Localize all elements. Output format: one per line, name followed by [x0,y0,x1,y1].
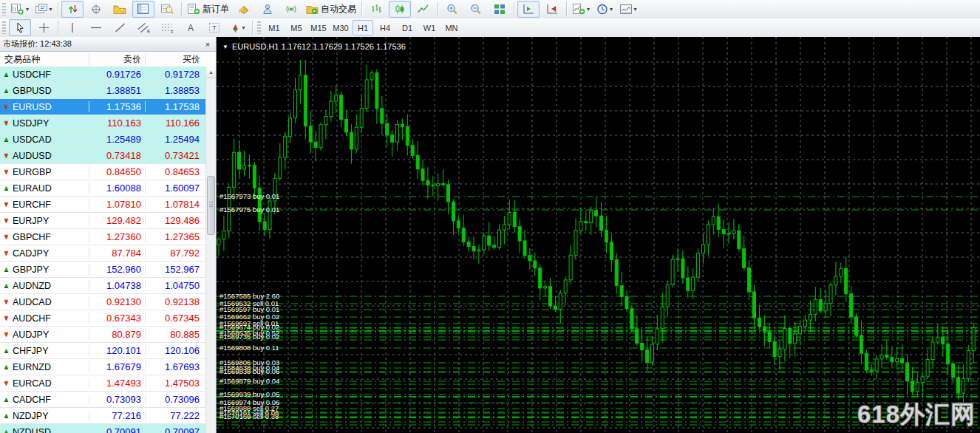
metaeditor-button[interactable] [256,1,279,18]
market-watch-row-chfjpy[interactable]: ▲CHFJPY120.101120.106 [0,343,206,359]
market-watch-row-euraud[interactable]: ▲EURAUD1.600881.60097 [0,180,206,197]
market-watch-titlebar[interactable]: 市场报价: 12:43:38 × [0,37,216,52]
step-back-button[interactable] [541,1,563,18]
arrows-button[interactable]: ▾ [227,19,249,36]
timeframe-mn[interactable]: MN [441,20,462,35]
market-watch-row-audjpy[interactable]: ▼AUDJPY80.87980.885 [0,327,206,343]
market-watch-row-eurgbp[interactable]: ▼EURGBP0.846500.84653 [0,164,206,180]
favorites-button[interactable] [109,1,131,18]
market-watch-row-audnzd[interactable]: ▲AUDNZD1.047381.04750 [0,278,206,294]
bid-price: 110.163 [89,117,145,129]
chart-shift-button[interactable] [85,1,107,18]
market-watch-row-audchf[interactable]: ▼AUDCHF0.673430.67345 [0,310,206,327]
cursor-icon [16,22,24,33]
timeframe-d1[interactable]: D1 [397,20,418,35]
price-up-arrow-icon: ▲ [3,412,10,419]
equidistant-channel-button[interactable]: E [132,19,154,36]
bid-price: 120.101 [89,345,145,356]
market-watch-row-usdcad[interactable]: ▲USDCAD1.254891.25494 [0,132,206,148]
ask-price: 152.967 [145,264,203,275]
text-label-icon: T [208,22,220,33]
timeframe-h4[interactable]: H4 [375,20,395,35]
symbol-label: GBPCHF [13,232,51,242]
ask-price: 0.92138 [145,296,203,307]
market-watch-toggle-button[interactable] [132,1,154,18]
zoom-in-button[interactable] [441,1,463,18]
history-center-button[interactable] [233,1,255,18]
market-watch-row-gbpjpy[interactable]: ▲GBPJPY152.960152.967 [0,262,206,278]
market-watch-row-eurchf[interactable]: ▼EURCHF1.078101.07814 [0,197,206,213]
auto-scroll-button[interactable] [61,1,84,18]
chevron-down-icon: ▼ [222,44,228,50]
text-button[interactable]: A [180,19,202,36]
timeframe-m1[interactable]: M1 [264,20,285,35]
indicators-button[interactable]: ▾ [570,1,592,18]
timeframe-w1[interactable]: W1 [419,20,440,35]
scroll-up-icon[interactable]: ▲ [206,67,216,78]
vertical-line-button[interactable] [61,19,84,36]
market-watch-row-usdchf[interactable]: ▲USDCHF0.917260.91728 [0,67,206,83]
signals-button[interactable] [280,1,302,18]
market-watch-row-nzdusd[interactable]: ▲NZDUSD0.700910.70097 [0,424,206,433]
periods-button[interactable]: ▾ [593,1,616,18]
symbol-label: AUDCHF [13,313,51,324]
symbol-label: NZDUSD [13,427,51,433]
timeframe-m5[interactable]: M5 [286,20,307,35]
bid-price: 0.73418 [89,150,145,161]
market-watch-row-audcad[interactable]: ▼AUDCAD0.921300.92138 [0,294,206,310]
step-forward-icon [523,4,534,15]
crosshair-button[interactable] [33,19,55,36]
column-header-symbol[interactable]: 交易品种 [0,53,89,66]
profiles-button[interactable]: ▾ [33,1,55,18]
tile-windows-button[interactable] [489,1,511,18]
templates-button[interactable]: ▾ [617,1,639,18]
step-forward-button[interactable] [517,1,540,18]
timeframe-h1[interactable]: H1 [353,20,373,35]
horizontal-line-button[interactable] [85,19,107,36]
market-watch-row-audusd[interactable]: ▼AUDUSD0.734180.73421 [0,148,206,164]
data-window-button[interactable] [156,1,178,18]
market-watch-row-eurcad[interactable]: ▼EURCAD1.474931.47503 [0,375,206,392]
market-watch-row-cadjpy[interactable]: ▼CADJPY87.78487.792 [0,245,206,262]
history-center-icon [238,4,250,15]
timeframe-m30[interactable]: M30 [330,20,351,35]
timeframe-m15[interactable]: M15 [308,20,329,35]
trendline-button[interactable] [109,19,131,36]
toolbar-grip[interactable] [2,3,6,16]
market-watch-row-eurnzd[interactable]: ▲EURNZD1.676791.67693 [0,359,206,375]
chart-title[interactable]: ▼ EURUSD,H1 1.17612 1.17629 1.17526 1.17… [222,42,406,51]
market-watch-row-usdjpy[interactable]: ▼USDJPY110.163110.166 [0,115,206,132]
new-order-button[interactable]: 新订单 [185,1,231,18]
candlestick-chart[interactable]: #1567973 buy 0.01#1567975 buy 0.01#15675… [217,37,980,433]
auto-trading-label: 自动交易 [321,3,356,16]
candlestick-button[interactable] [389,1,411,18]
toolbar-grip[interactable] [257,21,261,34]
cursor-button[interactable] [9,19,31,36]
market-watch-row-eurjpy[interactable]: ▼EURJPY129.482129.486 [0,213,206,229]
column-header-ask[interactable]: 买价 [145,53,204,66]
chart-window[interactable]: #1567973 buy 0.01#1567975 buy 0.01#15675… [217,37,980,433]
price-down-arrow-icon: ▼ [3,380,10,386]
price-down-arrow-icon: ▼ [3,103,10,110]
close-icon[interactable]: × [203,39,213,50]
market-watch-row-gbpchf[interactable]: ▼GBPCHF1.273601.27365 [0,229,206,245]
market-watch-row-eurusd[interactable]: ▼EURUSD1.175361.17538 [0,99,206,115]
auto-trading-button[interactable]: 自动交易 [304,1,358,18]
fibonacci-button[interactable]: F [156,19,178,36]
new-chart-button[interactable]: ▾ [9,1,31,18]
favorites-folder-star-icon [113,4,126,15]
line-chart-button[interactable] [412,1,435,18]
zoom-out-button[interactable] [465,1,487,18]
scrollbar-thumb[interactable] [207,176,215,235]
ask-price: 1.60097 [145,183,203,194]
toolbar-grip[interactable] [2,21,6,34]
price-up-arrow-icon: ▲ [3,71,10,78]
text-label-button[interactable]: T [203,19,225,36]
market-watch-row-nzdjpy[interactable]: ▲NZDJPY77.21677.222 [0,408,206,424]
chevron-down-icon: ▾ [26,6,29,13]
market-watch-scrollbar[interactable]: ▲ [205,67,216,433]
market-watch-row-cadchf[interactable]: ▲CADCHF0.730930.73096 [0,392,206,408]
column-header-bid[interactable]: 卖价 [89,53,145,66]
bar-chart-button[interactable] [365,1,387,18]
market-watch-row-gbpusd[interactable]: ▲GBPUSD1.388511.38853 [0,83,206,99]
